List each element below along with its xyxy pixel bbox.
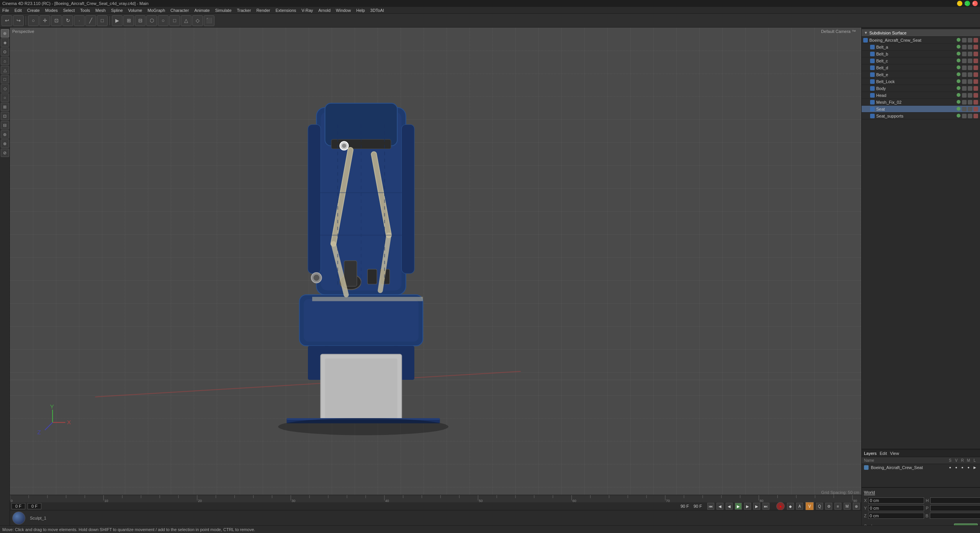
om-ctrl-4-0[interactable] [962,65,967,70]
tool-btn-9[interactable]: ⊡ [1,112,9,120]
menu-item-extensions[interactable]: Extensions [275,8,296,13]
om-ctrl-3-0[interactable] [962,59,967,63]
vray-render-button[interactable]: V [805,502,814,510]
p-input[interactable] [930,505,980,511]
om-ctrl-7-2[interactable] [973,86,978,91]
settings-button[interactable]: ⚙ [825,503,832,510]
main-viewport[interactable]: Perspective Default Camera ™ [10,28,861,495]
tool-btn-7[interactable]: ○ [1,93,9,102]
om-ctrl-9-1[interactable] [968,100,972,105]
menu-item-character[interactable]: Character [170,8,189,13]
tool-btn-10[interactable]: ⊟ [1,121,9,129]
om-ctrl-5-2[interactable] [973,72,978,77]
om-item-head[interactable]: Head [862,92,980,99]
menu-item-help[interactable]: Help [356,8,365,13]
toolbar-tool-6[interactable]: □ [97,15,108,26]
extra-button[interactable]: ≡ [834,503,841,510]
tool-btn-12[interactable]: ⊗ [1,139,9,148]
layers-tab-layers[interactable]: Layers [864,451,877,456]
close-button[interactable]: × [972,1,978,6]
om-item-belt-e[interactable]: Belt_e [862,71,980,78]
go-end-button[interactable]: ⏭ [762,503,769,510]
om-item-body[interactable]: Body [862,85,980,92]
om-ctrl-9-0[interactable] [962,100,967,105]
toolbar-mode-1[interactable]: ⊞ [123,15,134,26]
om-ctrl-11-0[interactable] [962,114,967,118]
render-queue[interactable]: Q [816,503,823,510]
undo-button[interactable]: ↩ [2,15,12,26]
menu-item-file[interactable]: File [2,8,9,13]
om-ctrl-8-0[interactable] [962,93,967,98]
om-ctrl-4-1[interactable] [968,65,972,70]
om-item-boeing-aircraft-crew-seat[interactable]: Boeing_Aircraft_Crew_Seat [862,37,980,44]
coord-world[interactable]: World [864,490,875,495]
tool-btn-3[interactable]: ⌂ [1,57,9,65]
om-ctrl-6-1[interactable] [968,79,972,84]
prev-frame-button[interactable]: ◀ [726,503,733,510]
redo-button[interactable]: ↪ [13,15,24,26]
layer-item[interactable]: Boeing_Aircraft_Crew_Seat ● ● ● ● ▶ [862,464,980,471]
next-frame-button[interactable]: ▶ [744,503,751,510]
tool-btn-1[interactable]: ◈ [1,38,9,47]
tool-btn-2[interactable]: ⊙ [1,47,9,56]
tool-btn-11[interactable]: ⊛ [1,130,9,139]
toolbar-mode-5[interactable]: □ [169,15,180,26]
auto-key-button[interactable]: A [796,503,803,510]
om-ctrl-1-1[interactable] [968,45,972,49]
object-manager[interactable]: Boeing_Aircraft_Crew_SeatBelt_aBelt_bBel… [862,37,980,449]
om-ctrl-3-1[interactable] [968,59,972,63]
toolbar-tool-3[interactable]: ↻ [62,15,73,26]
z-input[interactable] [868,513,924,519]
om-ctrl-2-2[interactable] [973,52,978,56]
om-item-seat[interactable]: Seat [862,106,980,113]
om-ctrl-4-2[interactable] [973,65,978,70]
keyframe-button[interactable]: ◆ [787,503,794,510]
om-ctrl-7-1[interactable] [968,86,972,91]
toolbar-tool-2[interactable]: ⊡ [51,15,62,26]
om-item-belt-b[interactable]: Belt_b [862,51,980,57]
prev-key-button[interactable]: ◀ [717,503,723,510]
frame-start-input[interactable] [11,503,25,509]
b-input[interactable] [930,513,980,519]
toolbar-tool-5[interactable]: ╱ [85,15,96,26]
om-item-seat-supports[interactable]: Seat_supports [862,113,980,119]
om-item-belt-c[interactable]: Belt_c [862,57,980,64]
toolbar-mode-4[interactable]: ○ [158,15,169,26]
om-ctrl-7-0[interactable] [962,86,967,91]
menu-item-render[interactable]: Render [256,8,270,13]
toolbar-mode-7[interactable]: ◇ [192,15,203,26]
menu-item-modes[interactable]: Modes [45,8,58,13]
om-ctrl-3-2[interactable] [973,59,978,63]
menu-item-window[interactable]: Window [336,8,351,13]
timeline-bar[interactable]: 0102030405060708090 [10,495,861,502]
om-ctrl-11-1[interactable] [968,114,972,118]
om-item-mesh-fix-02[interactable]: Mesh_Fix_02 [862,99,980,106]
om-ctrl-2-0[interactable] [962,52,967,56]
play-button[interactable]: ▶ [735,503,742,510]
menu-item-v-ray[interactable]: V-Ray [301,8,313,13]
menu-item-select[interactable]: Select [63,8,75,13]
om-ctrl-9-2[interactable] [973,100,978,105]
menu-item-mesh[interactable]: Mesh [95,8,106,13]
layer-s-ctrl[interactable]: ● [947,466,953,469]
layers-tab-edit[interactable]: Edit [880,451,887,456]
menu-item-simulate[interactable]: Simulate [215,8,232,13]
x-input[interactable] [868,497,924,504]
record-button[interactable]: ● [776,502,785,510]
om-ctrl-0-2[interactable] [973,38,978,43]
om-item-belt-d[interactable]: Belt_d [862,64,980,71]
menu-item-create[interactable]: Create [27,8,40,13]
toolbar-tool-0[interactable]: ○ [28,15,39,26]
go-start-button[interactable]: ⏮ [707,503,714,510]
menu-item-tracker[interactable]: Tracker [237,8,251,13]
tool-btn-0[interactable]: ⊕ [1,29,9,38]
menu-item-spline[interactable]: Spline [111,8,123,13]
menu-item-3dtoai[interactable]: 3DToAI [370,8,384,13]
tool-btn-6[interactable]: ◇ [1,84,9,93]
menu-item-mograph[interactable]: MoGraph [147,8,165,13]
toolbar-mode-0[interactable]: ▶ [112,15,123,26]
layer-l-ctrl[interactable]: ▶ [972,466,978,469]
snap-button[interactable]: ⊕ [853,503,860,510]
toolbar-mode-3[interactable]: ⬡ [146,15,157,26]
om-ctrl-8-2[interactable] [973,93,978,98]
